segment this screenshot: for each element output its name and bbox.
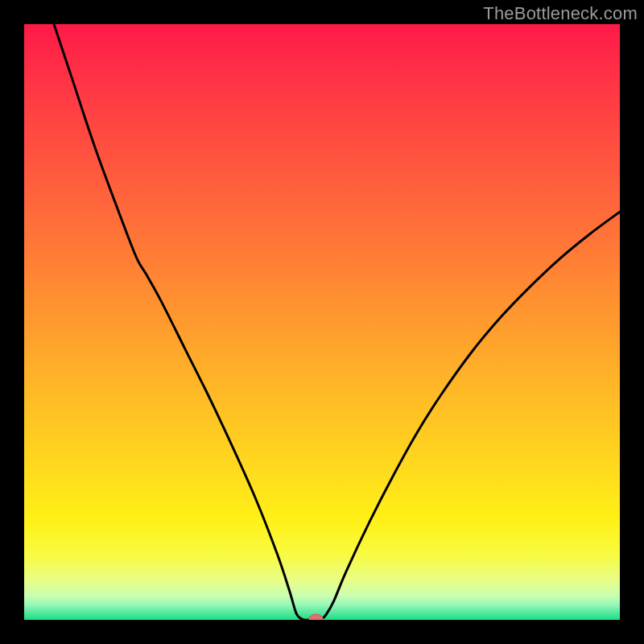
chart-frame: TheBottleneck.com [0,0,644,644]
plot-area [24,24,620,620]
bottleneck-curve [54,24,620,620]
chart-svg [24,24,620,620]
minimum-marker [309,614,324,620]
watermark-text: TheBottleneck.com [483,3,638,24]
